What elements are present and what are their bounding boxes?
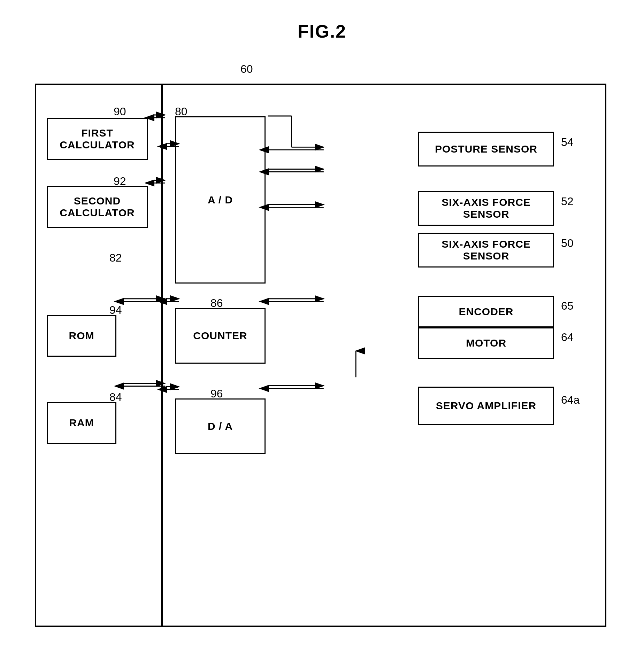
- second-calculator-box: SECOND CALCULATOR: [47, 186, 148, 228]
- diagram-container: 60 A / D COUNTER D / A FIRST CALCULATOR …: [35, 56, 609, 631]
- ram-label: RAM: [69, 417, 94, 429]
- ref-65: 65: [561, 300, 574, 312]
- ref-80: 80: [175, 105, 187, 118]
- ad-converter-box: A / D: [175, 116, 266, 284]
- encoder-box: ENCODER: [418, 296, 554, 327]
- ref-82: 82: [109, 251, 122, 264]
- ref-86: 86: [210, 297, 223, 310]
- rom-label: ROM: [69, 330, 94, 342]
- servo-amplifier-box: SERVO AMPLIFIER: [418, 387, 554, 425]
- ref-92: 92: [114, 175, 126, 188]
- ref-60: 60: [240, 63, 253, 76]
- motor-label: MOTOR: [466, 337, 506, 349]
- six-axis-2-box: SIX-AXIS FORCE SENSOR: [418, 233, 554, 268]
- ref-84: 84: [109, 391, 122, 404]
- counter-label: COUNTER: [193, 330, 247, 342]
- ref-90: 90: [114, 105, 126, 118]
- motor-box: MOTOR: [418, 327, 554, 359]
- posture-sensor-label: POSTURE SENSOR: [435, 143, 537, 155]
- posture-sensor-box: POSTURE SENSOR: [418, 132, 554, 166]
- ref-54: 54: [561, 136, 574, 149]
- page-title: FIG.2: [0, 0, 644, 42]
- vertical-bus: [161, 85, 163, 626]
- ref-64: 64: [561, 331, 574, 344]
- six-axis-2-label: SIX-AXIS FORCE SENSOR: [419, 238, 553, 262]
- ref-50: 50: [561, 237, 574, 250]
- ref-64a: 64a: [561, 394, 580, 406]
- rom-box: ROM: [47, 315, 116, 357]
- ref-94: 94: [109, 304, 122, 317]
- encoder-label: ENCODER: [459, 306, 513, 318]
- ad-label: A / D: [208, 194, 233, 206]
- ram-box: RAM: [47, 402, 116, 444]
- first-calc-label: FIRST CALCULATOR: [48, 127, 147, 151]
- first-calculator-box: FIRST CALCULATOR: [47, 118, 148, 160]
- ref-52: 52: [561, 195, 574, 208]
- counter-box: COUNTER: [175, 308, 266, 364]
- da-label: D / A: [208, 420, 233, 432]
- second-calc-label: SECOND CALCULATOR: [48, 195, 147, 219]
- servo-amp-label: SERVO AMPLIFIER: [436, 400, 536, 412]
- six-axis-1-box: SIX-AXIS FORCE SENSOR: [418, 191, 554, 226]
- ref-96: 96: [210, 387, 223, 400]
- six-axis-1-label: SIX-AXIS FORCE SENSOR: [419, 196, 553, 220]
- da-converter-box: D / A: [175, 398, 266, 454]
